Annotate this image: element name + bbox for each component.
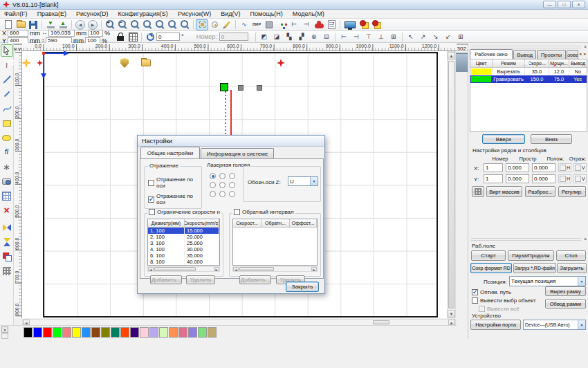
anchor-nw-button[interactable]: ↖ [405,31,417,42]
menu-help[interactable]: Помощь(H) [250,10,283,17]
speed-limit-checkbox[interactable]: Ограничение скорости н [147,209,221,215]
undo-button[interactable]: ◀ [74,19,86,30]
palette-swatch[interactable] [120,327,129,338]
scroll-left-icon[interactable]: ◂ [23,320,30,325]
ellipse-tool[interactable] [1,131,13,144]
tab-general-settings[interactable]: Общие настройки [140,147,200,158]
palette-handle[interactable] [1,333,8,339]
radio[interactable] [219,182,226,188]
device-select[interactable]: Device---(USB:Авто)▼ [523,320,586,330]
track-button[interactable] [208,19,221,30]
radio[interactable] [219,191,226,197]
speed-row[interactable]: 6. 10035.000 [148,252,219,259]
zoom-out-button[interactable]: − [116,19,129,30]
position-select[interactable]: Текущая позиция▼ [509,276,586,286]
backlash-checkbox[interactable]: Обратный интервал [232,209,295,215]
object-handle[interactable] [238,85,244,91]
mirror-a-button[interactable]: ◩ [258,31,270,42]
layer-row[interactable]: Вырезать 35.0 12.0 No [470,68,587,75]
palette-swatch[interactable] [91,327,100,338]
scroll-left-icon[interactable]: ◂ [233,267,239,271]
palette-swatch[interactable] [82,327,91,338]
anchor-se-button[interactable]: ↘ [430,31,442,42]
trace-frame-button[interactable]: Обвод рамки [545,299,586,309]
speed-table[interactable]: Диаметр(мм) Скорость(mm/s) 1. 10015.000 … [147,219,220,266]
pause-continue-button[interactable]: Пауза/Продолж [508,250,554,261]
palette-swatch[interactable] [188,327,197,338]
start-button[interactable]: Старт [471,250,506,261]
speed-row[interactable]: 4. 10030.000 [148,246,219,252]
menu-edit[interactable]: Правка(E) [37,10,66,17]
ungroup-button[interactable]: ⊟ [320,31,333,42]
open-file-button[interactable] [15,19,27,30]
anchor-sw-button[interactable]: ↙ [442,31,454,42]
zoom-prev-button[interactable] [129,19,141,30]
zoom-page-button[interactable] [154,19,166,30]
move-down-button[interactable]: Вниз [531,134,572,144]
scroll-right-icon[interactable]: ▸ [448,320,455,325]
y-mirror-h-checkbox[interactable]: H [558,174,571,183]
scroll-left-icon[interactable]: ◂ [148,267,154,271]
align-left-button[interactable]: ⊢ [338,31,350,42]
palette-swatch[interactable] [130,327,139,338]
radio[interactable] [229,173,235,179]
port-settings-button[interactable]: Настройки порта [470,320,521,330]
align-bottom-button[interactable]: ⊥ [375,31,387,42]
h-distribute-button[interactable]: ⊢ [288,19,300,30]
x-space-input[interactable] [506,163,529,172]
palette-swatch[interactable] [72,327,81,338]
palette-swatch[interactable] [62,327,71,338]
virtual-array-button[interactable]: Вирт массив [486,186,522,197]
node-tree-button[interactable] [275,19,288,30]
menu-file[interactable]: Файл(F) [4,10,28,17]
menu-config[interactable]: Конфигурация(S) [118,10,167,17]
tab-scroll-right-icon[interactable]: ▸ [584,51,587,57]
workfield-header[interactable]: × [468,236,588,242]
speed-row[interactable]: 1. 10015.000 [148,228,219,234]
speed-table-hscroll[interactable]: ◂ ▸ [147,266,220,272]
scroll-thumb[interactable] [154,267,196,271]
section-close-icon[interactable]: × [584,237,587,241]
scroll-right-icon[interactable]: ▸ [214,267,219,271]
palette-swatch[interactable] [24,327,33,338]
laser-origin-button[interactable] [370,19,383,30]
radio[interactable] [229,182,235,188]
save-file-button[interactable] [27,19,39,30]
speed-row[interactable]: 3. 10025.000 [148,240,219,246]
y-number-input[interactable] [484,174,503,183]
h-distribute2-button[interactable]: ⊣ [300,19,313,30]
select-tool[interactable] [1,44,13,57]
scroll-right-icon[interactable]: ▸ [311,267,317,271]
polyline-tool[interactable] [1,88,13,100]
curve-tool[interactable] [1,102,13,115]
selected-object[interactable] [220,83,228,91]
array-preview-button[interactable] [472,186,484,197]
palette-swatch[interactable] [169,327,178,338]
restore-button[interactable]: □ [558,1,571,8]
tab-work-window[interactable]: Рабочее окно [470,49,513,59]
line-tool[interactable] [1,73,13,86]
adjust-button[interactable]: Регулир. [558,186,586,197]
point-tool[interactable]: ∗ [1,160,13,173]
upload-button[interactable] [313,19,325,30]
offset-tool[interactable] [1,250,13,263]
palette-swatch[interactable] [159,327,168,338]
close-dialog-button[interactable]: Закрыть [286,282,319,292]
palette-swatch[interactable] [178,327,187,338]
palette-none-button[interactable]: × [1,326,8,333]
tab-users[interactable]: Пользователи [567,50,578,59]
optimize-path-checkbox[interactable]: Оптим. путь [472,289,511,295]
load-rd-file-button[interactable]: Загруз *.RD-файл [513,263,556,273]
radio[interactable] [210,182,216,188]
mirror-b-button[interactable]: ◪ [270,31,283,42]
x-mirror-h-checkbox[interactable]: H [558,163,571,172]
move-up-button[interactable]: Вверх [482,134,525,144]
backlash-table[interactable]: Скорост... Обратн... Оффсет... [232,219,318,266]
h-scroll-thumb[interactable] [373,320,389,324]
laser-position-button[interactable] [358,19,370,30]
y-mirror-v-checkbox[interactable]: V [573,174,587,183]
panel-close-icon[interactable]: × [584,44,587,49]
stop-button[interactable]: Стоп [556,250,586,261]
array-tool[interactable] [1,265,13,277]
speed-add-button[interactable]: Добавить... [150,275,182,284]
